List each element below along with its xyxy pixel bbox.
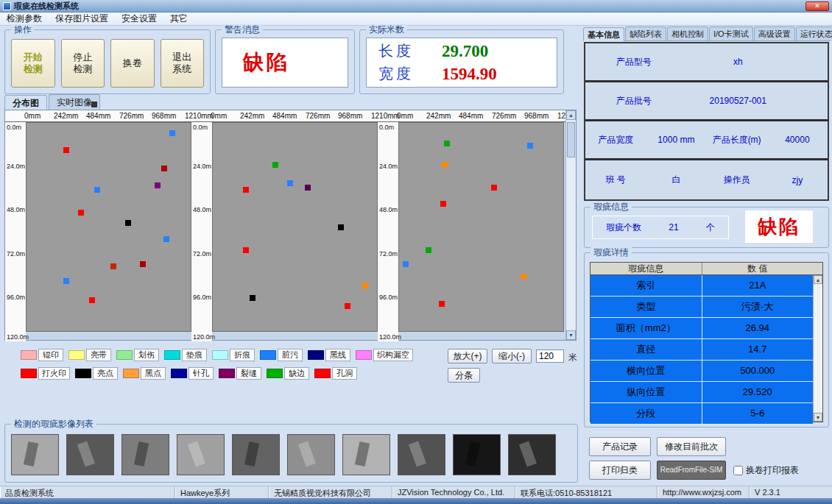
defect-marker[interactable] xyxy=(250,295,255,301)
defect-marker[interactable] xyxy=(155,182,161,188)
defect-marker[interactable] xyxy=(440,201,446,207)
scroll-down-icon[interactable]: ▼ xyxy=(566,330,576,340)
defect-marker[interactable] xyxy=(140,261,146,267)
menu-item[interactable]: 安全设置 xyxy=(115,12,163,26)
right-tab[interactable]: I/O卡测试 xyxy=(709,26,753,40)
legend-swatch xyxy=(260,350,276,360)
zoom-in-button[interactable]: 放大(+) xyxy=(448,349,487,363)
defect-thumbnail[interactable] xyxy=(342,434,390,475)
table-row[interactable]: 直径 14.7 xyxy=(590,339,813,361)
meter-range-input[interactable] xyxy=(536,349,564,363)
view-tab[interactable]: 分布图 xyxy=(4,95,47,110)
detail-value: 26.94 xyxy=(702,318,814,338)
menu-item[interactable]: 其它 xyxy=(163,12,194,26)
table-row[interactable]: 索引 21A xyxy=(590,275,813,297)
defect-marker[interactable] xyxy=(63,278,69,284)
defect-marker[interactable] xyxy=(403,261,409,267)
defect-thumbnail[interactable] xyxy=(453,434,501,475)
defect-marker[interactable] xyxy=(305,185,311,191)
operation-button[interactable]: 开始 检测 xyxy=(11,39,55,88)
right-tab[interactable]: 相机控制 xyxy=(667,26,708,40)
right-tab[interactable]: 基本信息 xyxy=(583,27,624,41)
defect-marker[interactable] xyxy=(287,180,293,186)
right-tab[interactable]: 高级设置 xyxy=(754,26,795,40)
product-record-button[interactable]: 产品记录 xyxy=(589,437,651,456)
detail-value: 14.7 xyxy=(702,339,814,360)
defect-marker[interactable] xyxy=(110,263,116,269)
defect-thumbnail[interactable] xyxy=(287,434,335,475)
defect-marker[interactable] xyxy=(362,283,368,288)
zoom-out-button[interactable]: 缩小(-) xyxy=(492,349,532,363)
defect-thumbnail[interactable] xyxy=(121,434,169,475)
scroll-up-icon[interactable]: ▲ xyxy=(566,110,576,120)
defect-thumbnail[interactable] xyxy=(232,434,280,475)
defect-marker[interactable] xyxy=(439,301,445,307)
defect-marker[interactable] xyxy=(491,185,497,191)
scroll-up-icon[interactable]: ▲ xyxy=(814,275,822,284)
ruler-tick-label: 72.0m xyxy=(379,250,398,258)
defect-marker[interactable] xyxy=(161,166,167,171)
defect-marker[interactable] xyxy=(243,187,249,193)
table-row[interactable]: 纵向位置 29.520 xyxy=(590,382,813,403)
defect-scatter-canvas-2[interactable] xyxy=(212,122,378,332)
status-segment: http://www.wxjzsj.com xyxy=(658,486,750,498)
defect-marker[interactable] xyxy=(442,162,448,168)
ruler-tick-label: 484mm xyxy=(86,112,110,120)
right-tab-bar: 基本信息缺陷列表相机控制I/O卡测试高级设置运行状态信息 xyxy=(583,28,831,41)
plot-scrollbar[interactable]: ▲ ▼ xyxy=(565,110,576,340)
defect-marker[interactable] xyxy=(345,303,350,309)
defect-marker[interactable] xyxy=(272,162,278,168)
legend-label: 黑点 xyxy=(141,367,166,380)
title-bar[interactable]: 瑕疵在线检测系统 ✕ xyxy=(0,0,832,13)
defect-scatter-canvas-3[interactable] xyxy=(398,122,564,332)
right-tab[interactable]: 运行状态信息 xyxy=(796,26,832,40)
defect-marker[interactable] xyxy=(444,141,450,146)
scrollbar-thumb[interactable] xyxy=(567,122,575,157)
table-row[interactable]: 横向位置 500.000 xyxy=(590,361,813,382)
defect-marker[interactable] xyxy=(426,247,431,253)
table-row[interactable]: 分段 5-6 xyxy=(590,403,813,425)
right-tab[interactable]: 缺陷列表 xyxy=(625,26,666,40)
legend-item: 划伤 xyxy=(116,349,159,361)
defect-thumbnail[interactable] xyxy=(66,434,114,475)
legend-label: 打火印 xyxy=(38,367,70,380)
read-from-file-button[interactable]: ReadFromFile-SIM xyxy=(657,461,726,480)
defect-thumbnail[interactable] xyxy=(508,434,556,475)
defect-marker[interactable] xyxy=(521,274,526,280)
window-bottom-border xyxy=(0,498,832,504)
defect-thumbnail[interactable] xyxy=(177,434,225,475)
operation-button[interactable]: 退出 系统 xyxy=(161,39,205,88)
table-row[interactable]: 类型 污渍-大 xyxy=(590,297,813,318)
close-button[interactable]: ✕ xyxy=(805,1,829,11)
print-category-button[interactable]: 打印归类 xyxy=(589,461,651,480)
detail-label: 类型 xyxy=(590,297,702,317)
defect-marker[interactable] xyxy=(243,247,249,253)
legend-item: 垫痕 xyxy=(164,349,207,361)
defect-marker[interactable] xyxy=(63,147,69,153)
defect-thumbnail[interactable] xyxy=(398,434,445,475)
defect-marker[interactable] xyxy=(89,297,95,303)
detail-label: 纵向位置 xyxy=(590,382,702,402)
ruler-tick-label: 0mm xyxy=(24,112,40,120)
defect-thumbnail[interactable] xyxy=(11,434,59,475)
roll-print-label[interactable]: 换卷打印报表 xyxy=(746,464,799,477)
operation-button[interactable]: 换卷 xyxy=(110,39,155,88)
defect-marker[interactable] xyxy=(163,236,169,242)
defect-marker[interactable] xyxy=(94,187,100,193)
defect-marker[interactable] xyxy=(78,210,84,216)
defect-marker[interactable] xyxy=(169,130,175,136)
defect-images-group: 检测的瑕疵影像列表 xyxy=(4,424,578,483)
defect-marker[interactable] xyxy=(338,224,344,230)
defect-marker[interactable] xyxy=(527,143,533,149)
operation-button[interactable]: 停止 检测 xyxy=(61,39,105,88)
modify-batch-button[interactable]: 修改目前批次 xyxy=(657,437,726,456)
defect-map-region: 0mm242mm484mm726mm968mm1210mm 0mm242mm48… xyxy=(4,110,577,341)
split-button[interactable]: 分条 xyxy=(448,368,480,383)
defect-marker[interactable] xyxy=(125,220,131,226)
scroll-down-icon[interactable]: ▼ xyxy=(814,413,822,422)
roll-print-checkbox[interactable] xyxy=(733,466,743,475)
menu-item[interactable]: 保存图片设置 xyxy=(49,12,115,26)
defect-scatter-canvas-1[interactable] xyxy=(26,122,191,332)
table-scrollbar[interactable]: ▲ ▼ xyxy=(813,275,822,422)
table-row[interactable]: 面积（mm2） 26.94 xyxy=(590,318,813,339)
